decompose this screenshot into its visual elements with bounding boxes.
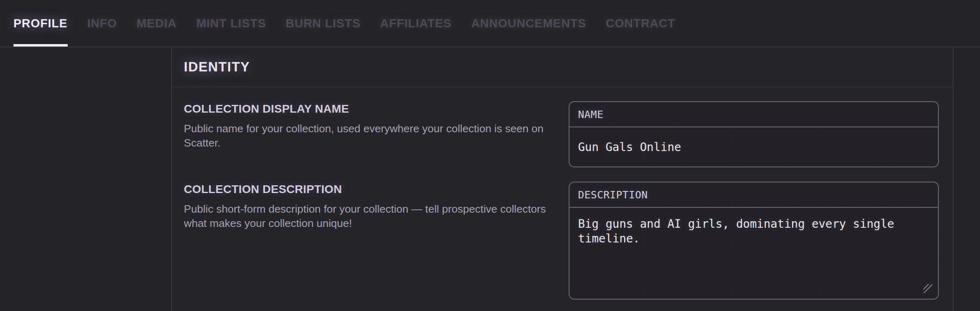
name-input[interactable] bbox=[569, 127, 938, 167]
identity-section-header: IDENTITY bbox=[172, 47, 953, 87]
display-name-description-column: COLLECTION DISPLAY NAME Public name for … bbox=[184, 101, 555, 167]
identity-panel: IDENTITY COLLECTION DISPLAY NAME Public … bbox=[171, 47, 954, 311]
description-help-text: Public short-form description for your c… bbox=[184, 202, 553, 231]
description-heading: COLLECTION DESCRIPTION bbox=[184, 183, 555, 196]
display-name-help-text: Public name for your collection, used ev… bbox=[184, 122, 553, 150]
identity-section-title: IDENTITY bbox=[184, 59, 250, 75]
collection-settings-page: PROFILE INFO MEDIA MINT LISTS BURN LISTS… bbox=[0, 0, 980, 311]
tab-burn-lists[interactable]: BURN LISTS bbox=[286, 0, 361, 47]
tab-affiliates[interactable]: AFFILIATES bbox=[380, 0, 452, 47]
description-field-label-row: DESCRIPTION bbox=[569, 182, 938, 208]
right-gutter bbox=[954, 47, 980, 311]
display-name-heading: COLLECTION DISPLAY NAME bbox=[184, 102, 555, 116]
display-name-input-column: NAME bbox=[569, 101, 939, 167]
tab-mint-lists[interactable]: MINT LISTS bbox=[196, 0, 266, 47]
description-description-column: COLLECTION DESCRIPTION Public short-form… bbox=[184, 182, 555, 300]
name-field-label: NAME bbox=[578, 109, 603, 120]
tab-info[interactable]: INFO bbox=[87, 0, 117, 47]
name-field-group: NAME bbox=[569, 101, 939, 167]
description-field-group: DESCRIPTION Big guns and AI girls, domin… bbox=[569, 182, 939, 300]
name-field-label-row: NAME bbox=[569, 102, 938, 127]
tab-media[interactable]: MEDIA bbox=[137, 0, 177, 47]
left-gutter bbox=[0, 47, 171, 311]
content-area: IDENTITY COLLECTION DISPLAY NAME Public … bbox=[0, 47, 980, 311]
identity-form: COLLECTION DISPLAY NAME Public name for … bbox=[172, 87, 953, 300]
tab-contract[interactable]: CONTRACT bbox=[606, 0, 675, 47]
description-field-label: DESCRIPTION bbox=[578, 189, 648, 201]
description-row: COLLECTION DESCRIPTION Public short-form… bbox=[184, 182, 939, 300]
description-input-column: DESCRIPTION Big guns and AI girls, domin… bbox=[569, 182, 939, 300]
tab-announcements[interactable]: ANNOUNCEMENTS bbox=[471, 0, 586, 47]
tab-profile[interactable]: PROFILE bbox=[13, 0, 68, 47]
tab-bar: PROFILE INFO MEDIA MINT LISTS BURN LISTS… bbox=[0, 0, 980, 47]
description-textarea[interactable]: Big guns and AI girls, dominating every … bbox=[569, 208, 938, 299]
resize-handle-icon[interactable] bbox=[923, 284, 932, 293]
display-name-row: COLLECTION DISPLAY NAME Public name for … bbox=[184, 101, 939, 167]
